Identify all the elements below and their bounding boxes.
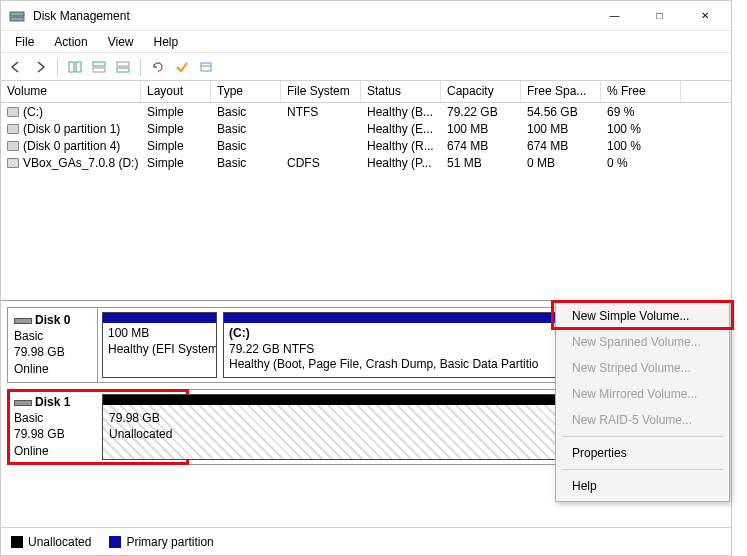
svg-rect-6 [117,62,129,66]
partition-label: (C:) [229,326,250,340]
partition-status: Healthy (EFI System P [108,342,217,356]
table-row[interactable]: (Disk 0 partition 4) Simple Basic Health… [1,137,731,154]
volume-capacity: 100 MB [441,122,521,136]
context-menu-separator [562,436,723,437]
volume-list-header: Volume Layout Type File System Status Ca… [1,81,731,103]
drive-icon [7,141,19,151]
ctx-new-mirrored-volume: New Mirrored Volume... [558,381,727,407]
legend-unallocated: Unallocated [11,535,91,549]
window-controls: — □ ✕ [592,2,727,30]
menu-action[interactable]: Action [44,33,97,51]
disk-state: Online [14,362,49,376]
volume-status: Healthy (B... [361,105,441,119]
view-bottom-button[interactable] [112,56,134,78]
partition-stripe-primary [103,313,216,323]
volume-pct: 0 % [601,156,681,170]
svg-rect-5 [93,68,105,72]
swatch-blue [109,536,121,548]
list-button[interactable] [195,56,217,78]
volume-name: (Disk 0 partition 1) [23,122,120,136]
volume-pct: 100 % [601,139,681,153]
disk-title: Disk 0 [35,313,70,327]
forward-button[interactable] [29,56,51,78]
volume-type: Basic [211,122,281,136]
disk-header: Disk 0 Basic 79.98 GB Online [8,308,98,382]
col-pctfree[interactable]: % Free [601,81,681,102]
partition-size: 100 MB [108,326,149,340]
ctx-properties[interactable]: Properties [558,440,727,466]
table-row[interactable]: (C:) Simple Basic NTFS Healthy (B... 79.… [1,103,731,120]
volume-pct: 69 % [601,105,681,119]
view-all-button[interactable] [64,56,86,78]
volume-name: (Disk 0 partition 4) [23,139,120,153]
maximize-button[interactable]: □ [637,2,682,30]
volume-list: Volume Layout Type File System Status Ca… [1,81,731,301]
disk-type: Basic [14,329,43,343]
disk-size: 79.98 GB [14,427,65,441]
col-status[interactable]: Status [361,81,441,102]
col-volume[interactable]: Volume [1,81,141,102]
volume-capacity: 51 MB [441,156,521,170]
partition-efi[interactable]: 100 MB Healthy (EFI System P [102,312,217,378]
volume-free: 100 MB [521,122,601,136]
table-row[interactable]: (Disk 0 partition 1) Simple Basic Health… [1,120,731,137]
volume-fs: CDFS [281,156,361,170]
volume-status: Healthy (E... [361,122,441,136]
svg-rect-8 [201,63,211,71]
toolbar-separator [57,58,58,76]
menu-help[interactable]: Help [144,33,189,51]
volume-layout: Simple [141,122,211,136]
table-row[interactable]: VBox_GAs_7.0.8 (D:) Simple Basic CDFS He… [1,154,731,171]
apply-button[interactable] [171,56,193,78]
legend: Unallocated Primary partition [1,527,731,555]
col-layout[interactable]: Layout [141,81,211,102]
volume-capacity: 674 MB [441,139,521,153]
disk-type: Basic [14,411,43,425]
partition-size: 79.98 GB [109,411,160,425]
legend-primary: Primary partition [109,535,213,549]
volume-name: VBox_GAs_7.0.8 (D:) [23,156,138,170]
menu-file[interactable]: File [5,33,44,51]
drive-icon [7,107,19,117]
ctx-new-simple-volume[interactable]: New Simple Volume... [558,303,727,329]
svg-rect-1 [10,17,24,21]
volume-fs: NTFS [281,105,361,119]
volume-layout: Simple [141,105,211,119]
col-type[interactable]: Type [211,81,281,102]
ctx-new-spanned-volume: New Spanned Volume... [558,329,727,355]
ctx-help[interactable]: Help [558,473,727,499]
partition-status: Healthy (Boot, Page File, Crash Dump, Ba… [229,357,538,371]
cd-icon [7,158,19,168]
ctx-new-striped-volume: New Striped Volume... [558,355,727,381]
col-freespace[interactable]: Free Spa... [521,81,601,102]
toolbar [1,53,731,81]
view-top-button[interactable] [88,56,110,78]
titlebar: Disk Management — □ ✕ [1,1,731,31]
svg-rect-4 [93,62,105,66]
refresh-button[interactable] [147,56,169,78]
volume-type: Basic [211,156,281,170]
col-filesystem[interactable]: File System [281,81,361,102]
context-menu-separator [562,469,723,470]
volume-layout: Simple [141,156,211,170]
col-capacity[interactable]: Capacity [441,81,521,102]
volume-layout: Simple [141,139,211,153]
volume-capacity: 79.22 GB [441,105,521,119]
volume-pct: 100 % [601,122,681,136]
partition-size: 79.22 GB NTFS [229,342,314,356]
disk-title: Disk 1 [35,395,70,409]
disk-icon [14,318,32,324]
volume-type: Basic [211,139,281,153]
volume-free: 0 MB [521,156,601,170]
svg-rect-7 [117,68,129,72]
minimize-button[interactable]: — [592,2,637,30]
close-button[interactable]: ✕ [682,2,727,30]
volume-free: 674 MB [521,139,601,153]
volume-status: Healthy (P... [361,156,441,170]
back-button[interactable] [5,56,27,78]
context-menu: New Simple Volume... New Spanned Volume.… [555,300,730,502]
window-title: Disk Management [33,9,592,23]
volume-free: 54.56 GB [521,105,601,119]
disk-size: 79.98 GB [14,345,65,359]
menu-view[interactable]: View [98,33,144,51]
